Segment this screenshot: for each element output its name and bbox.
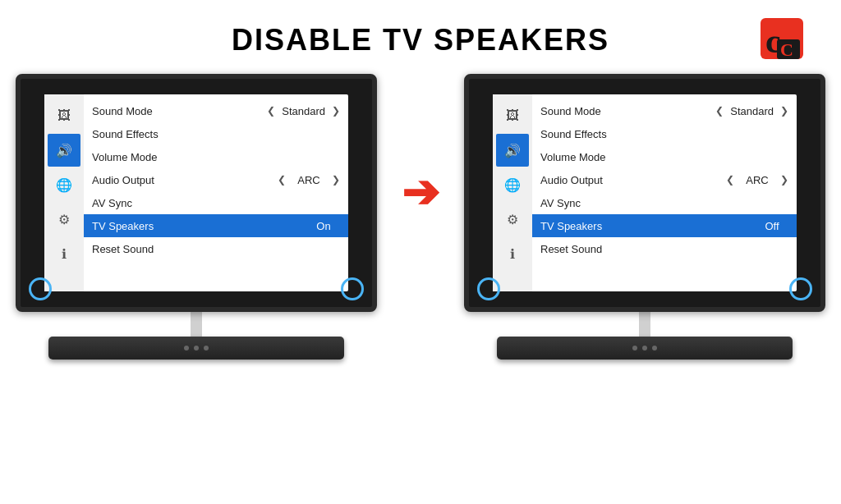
menu-item-sound-effects: Sound Effects [84, 122, 348, 145]
sidebar-sound-icon-r: 🔊 [496, 134, 529, 167]
sidebar-globe-icon-r: 🌐 [496, 168, 529, 201]
menu-item-audio-output-r: Audio Output ❮ ARC ❯ [532, 168, 797, 191]
menu-item-tv-speakers-right: TV Speakers Off [532, 214, 797, 237]
menu-panel-right: 🖼 🔊 🌐 ⚙ ℹ Sound Mode ❮ Standard ❯ [493, 94, 797, 291]
menu-item-reset-sound-left: Reset Sound [84, 237, 348, 260]
sidebar-left: 🖼 🔊 🌐 ⚙ ℹ [44, 94, 84, 291]
svg-text:C: C [780, 39, 793, 60]
menu-item-av-sync: AV Sync [84, 191, 348, 214]
menu-item-reset-sound-right: Reset Sound [532, 237, 797, 260]
menu-items-right: Sound Mode ❮ Standard ❯ Sound Effects Vo… [532, 94, 797, 291]
sidebar-right: 🖼 🔊 🌐 ⚙ ℹ [493, 94, 532, 291]
menu-item-sound-mode-r: Sound Mode ❮ Standard ❯ [532, 99, 797, 122]
menu-item-sound-effects-r: Sound Effects [532, 122, 797, 145]
tv-screen-right: 🖼 🔊 🌐 ⚙ ℹ Sound Mode ❮ Standard ❯ [464, 74, 825, 312]
page-title: DISABLE TV SPEAKERS [0, 0, 841, 57]
menu-panel-left: 🖼 🔊 🌐 ⚙ ℹ Sound Mode ❮ Standard ❯ [44, 94, 348, 291]
direction-arrow: ➔ [402, 166, 439, 268]
sidebar-info-icon-r: ℹ [496, 237, 529, 270]
menu-item-volume-mode-r: Volume Mode [532, 145, 797, 168]
menu-item-audio-output: Audio Output ❮ ARC ❯ [84, 168, 348, 191]
menu-items-left: Sound Mode ❮ Standard ❯ Sound Effects Vo… [84, 94, 348, 291]
sidebar-image-icon: 🖼 [48, 99, 80, 132]
menu-item-sound-mode: Sound Mode ❮ Standard ❯ [84, 99, 348, 122]
sidebar-gear-icon-r: ⚙ [496, 203, 529, 236]
sidebar-image-icon-r: 🖼 [496, 99, 529, 132]
sidebar-info-icon: ℹ [48, 237, 80, 270]
tv-left: 🖼 🔊 🌐 ⚙ ℹ Sound Mode ❮ Standard ❯ [16, 74, 377, 360]
soundbar-left [48, 337, 344, 360]
menu-item-volume-mode: Volume Mode [84, 145, 348, 168]
tv-right: 🖼 🔊 🌐 ⚙ ℹ Sound Mode ❮ Standard ❯ [464, 74, 825, 360]
tv-stand-neck-right [639, 312, 650, 337]
main-content: 🖼 🔊 🌐 ⚙ ℹ Sound Mode ❮ Standard ❯ [0, 74, 841, 360]
sidebar-sound-icon: 🔊 [48, 134, 80, 167]
logo: c C [759, 16, 816, 66]
soundbar-right [497, 337, 793, 360]
tv-screen-left: 🖼 🔊 🌐 ⚙ ℹ Sound Mode ❮ Standard ❯ [16, 74, 377, 312]
menu-item-tv-speakers-left: TV Speakers On [84, 214, 348, 237]
sidebar-gear-icon: ⚙ [48, 203, 80, 236]
menu-item-av-sync-r: AV Sync [532, 191, 797, 214]
sidebar-globe-icon: 🌐 [48, 168, 80, 201]
tv-stand-neck-left [191, 312, 202, 337]
